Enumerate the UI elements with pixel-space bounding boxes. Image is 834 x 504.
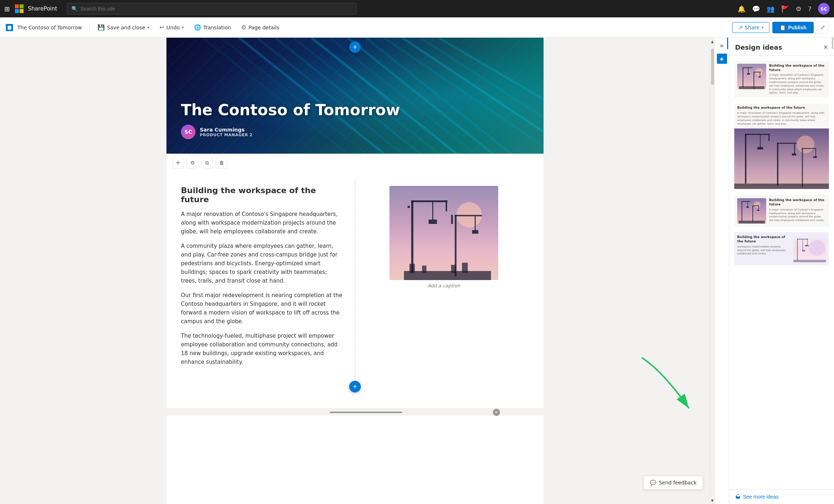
share-button[interactable]: ↗ Share ▾ xyxy=(732,22,769,33)
svg-rect-43 xyxy=(760,72,760,77)
svg-rect-21 xyxy=(446,200,447,211)
scroll-up-button[interactable]: ▲ xyxy=(710,38,714,45)
svg-rect-67 xyxy=(746,207,749,208)
svg-rect-58 xyxy=(802,148,816,149)
design-panel-close-button[interactable]: ✕ xyxy=(823,44,828,51)
svg-line-11 xyxy=(402,38,544,132)
svg-rect-78 xyxy=(805,245,809,246)
save-close-button[interactable]: 💾 Save and close ▾ xyxy=(94,22,153,33)
svg-rect-66 xyxy=(747,202,748,207)
text-column: Building the workspace of the future A m… xyxy=(181,186,355,372)
hero-title: The Contoso of Tomorrow xyxy=(181,101,400,119)
question-icon[interactable]: ? xyxy=(808,5,812,13)
image-column: Add a caption xyxy=(355,186,529,372)
send-feedback-button[interactable]: 💬 Send feedback xyxy=(644,476,703,490)
idea-card-image-1 xyxy=(737,64,766,89)
svg-rect-59 xyxy=(816,149,816,157)
svg-rect-26 xyxy=(455,215,482,216)
user-avatar[interactable]: SC xyxy=(818,3,830,14)
svg-rect-54 xyxy=(777,143,797,144)
translation-button[interactable]: 🌐 Translation xyxy=(190,22,235,33)
duplicate-tool-button[interactable]: ⧉ xyxy=(201,157,213,168)
paragraph-1: A major renovation of Contoso's Singapor… xyxy=(181,210,344,236)
svg-rect-24 xyxy=(429,220,437,224)
svg-rect-55 xyxy=(794,144,795,154)
svg-rect-77 xyxy=(807,239,808,245)
refresh-icon xyxy=(735,494,741,500)
move-tool-button[interactable]: ✛ xyxy=(172,157,184,168)
vert-toolbar-icon-1[interactable]: ≡ xyxy=(717,41,727,51)
see-more-label: See more ideas xyxy=(743,494,779,500)
svg-rect-31 xyxy=(409,264,415,273)
undo-button[interactable]: ↩ Undo ▾ xyxy=(156,22,187,33)
see-more-ideas-button[interactable]: See more ideas xyxy=(735,494,779,500)
svg-rect-0 xyxy=(8,26,11,30)
sharepoint-brand: SharePoint xyxy=(28,5,57,12)
svg-rect-27 xyxy=(451,215,453,224)
panel-scrollbar[interactable] xyxy=(831,38,834,487)
author-details: Sara Cummings PRODUCT MANAGER 2 xyxy=(200,127,253,137)
idea-card-text-4: workspace modernization projects around … xyxy=(737,245,790,256)
design-idea-2[interactable]: Building the workspace of the future A m… xyxy=(734,103,830,190)
chat-icon[interactable]: 💬 xyxy=(752,5,760,13)
page-type-icon xyxy=(6,24,13,31)
design-idea-1[interactable]: Building the workspace of the future A m… xyxy=(734,60,830,99)
idea-card-inner-1: Building the workspace of the future A m… xyxy=(734,61,829,98)
idea-card-content-1: Building the workspace of the future A m… xyxy=(769,64,826,95)
svg-rect-53 xyxy=(777,143,779,186)
page-editor[interactable]: + The Contoso of Tomorrow xyxy=(0,38,710,504)
scroll-close-button[interactable]: ✕ xyxy=(493,409,500,416)
flag-icon[interactable]: 🚩 xyxy=(781,5,789,13)
search-input[interactable] xyxy=(80,6,352,12)
search-bar[interactable]: 🔍 xyxy=(67,3,357,14)
top-navigation: ⊞ SharePoint 🔍 🔔 💬 👥 🚩 ⚙ ? SC xyxy=(0,0,834,17)
microsoft-logo xyxy=(15,4,24,13)
svg-rect-39 xyxy=(748,68,749,74)
feedback-icon: 💬 xyxy=(650,480,656,486)
page-vertical-scrollbar[interactable]: ▲ ▼ xyxy=(710,38,714,504)
author-role: PRODUCT MANAGER 2 xyxy=(200,133,253,137)
svg-rect-46 xyxy=(734,129,829,189)
svg-rect-38 xyxy=(743,67,753,68)
collapse-button[interactable]: ⤢ xyxy=(817,22,828,33)
design-panel-header: Design ideas ✕ xyxy=(729,38,834,56)
horizontal-scrollbar[interactable]: ✕ xyxy=(166,408,544,416)
svg-rect-40 xyxy=(747,73,750,75)
idea-card-content-4-text: Building the workspace of the future wor… xyxy=(737,235,790,262)
add-section-top-button[interactable]: + xyxy=(349,41,361,53)
publish-button[interactable]: 📋 Publish xyxy=(772,22,814,33)
save-icon: 💾 xyxy=(98,24,105,31)
page-details-button[interactable]: ⚙ Page details xyxy=(238,22,283,33)
svg-rect-29 xyxy=(472,230,478,234)
paragraph-2: A community plaza where employees can ga… xyxy=(181,242,344,285)
help-icon[interactable]: 🔔 xyxy=(738,5,746,13)
svg-rect-68 xyxy=(752,205,753,222)
design-idea-4[interactable]: Building the workspace of the future wor… xyxy=(734,232,830,266)
svg-rect-32 xyxy=(422,266,426,273)
idea-card-full-2: Building the workspace of the future A m… xyxy=(734,104,829,189)
image-caption[interactable]: Add a caption xyxy=(428,283,460,288)
settings-tool-button[interactable]: ⚙ xyxy=(187,157,198,168)
scroll-down-button[interactable]: ▼ xyxy=(710,497,714,504)
design-idea-3[interactable]: Building the workspace of the future A m… xyxy=(734,195,830,227)
image-placeholder[interactable] xyxy=(389,186,498,280)
people-icon[interactable]: 👥 xyxy=(767,5,775,13)
svg-rect-75 xyxy=(797,239,798,261)
svg-rect-61 xyxy=(734,184,829,189)
svg-rect-22 xyxy=(408,206,410,208)
svg-rect-76 xyxy=(797,239,808,239)
settings-icon[interactable]: ⚙ xyxy=(796,5,801,13)
delete-tool-button[interactable]: 🗑 xyxy=(216,157,227,168)
svg-rect-60 xyxy=(813,156,817,158)
section-heading: Building the workspace of the future xyxy=(181,186,344,204)
design-panel-bottom: See more ideas xyxy=(729,489,834,504)
add-section-bottom-button[interactable]: + xyxy=(349,381,361,392)
grid-icon[interactable]: ⊞ xyxy=(4,5,10,13)
svg-point-63 xyxy=(754,201,760,208)
vert-toolbar-design-ideas[interactable]: ◈ xyxy=(717,54,727,64)
scroll-track[interactable] xyxy=(710,45,714,497)
design-ideas-panel: Design ideas ✕ xyxy=(729,38,834,504)
two-col-section: Building the workspace of the future A m… xyxy=(166,171,544,387)
author-name: Sara Cummings xyxy=(200,127,253,133)
svg-rect-69 xyxy=(752,205,759,206)
